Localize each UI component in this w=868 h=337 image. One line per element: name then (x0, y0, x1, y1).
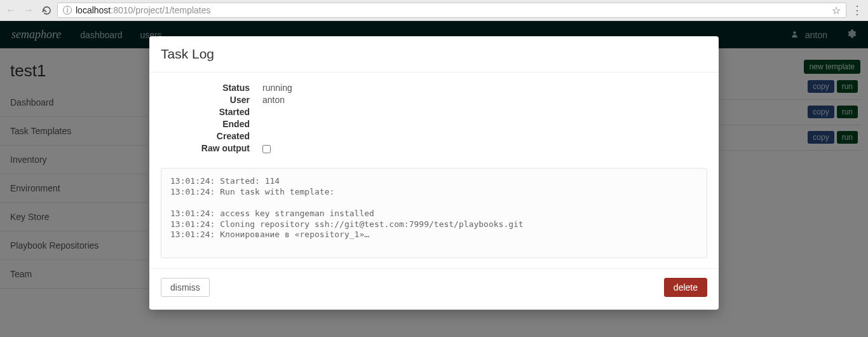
modal-overlay: Task Log Status running User anton Start… (0, 21, 868, 337)
ended-label: Ended (161, 119, 262, 129)
info-icon: i (63, 6, 72, 15)
raw-label: Raw output (161, 143, 262, 155)
log-output: 13:01:24: Started: 114 13:01:24: Run tas… (161, 168, 707, 258)
started-label: Started (161, 107, 262, 117)
task-log-modal: Task Log Status running User anton Start… (149, 36, 719, 310)
browser-forward-button[interactable]: → (22, 3, 36, 17)
browser-menu-icon[interactable]: ⋮ (850, 3, 864, 17)
status-label: Status (161, 83, 262, 93)
dismiss-button[interactable]: dismiss (161, 278, 210, 297)
browser-url-bar[interactable]: i localhost:8010/project/1/templates ☆ (57, 3, 846, 18)
modal-title: Task Log (149, 36, 719, 72)
browser-reload-button[interactable] (39, 3, 53, 17)
status-value: running (262, 83, 292, 93)
user-label: User (161, 95, 262, 105)
bookmark-icon[interactable]: ☆ (832, 4, 841, 17)
browser-url-text: localhost:8010/project/1/templates (76, 5, 210, 15)
raw-output-checkbox[interactable] (262, 145, 271, 153)
delete-button[interactable]: delete (664, 278, 707, 297)
user-value: anton (262, 95, 285, 105)
browser-back-button[interactable]: ← (4, 3, 18, 17)
url-port: :8010 (111, 5, 133, 15)
created-label: Created (161, 131, 262, 141)
url-host: localhost (76, 5, 111, 15)
url-path: /project/1/templates (133, 5, 210, 15)
